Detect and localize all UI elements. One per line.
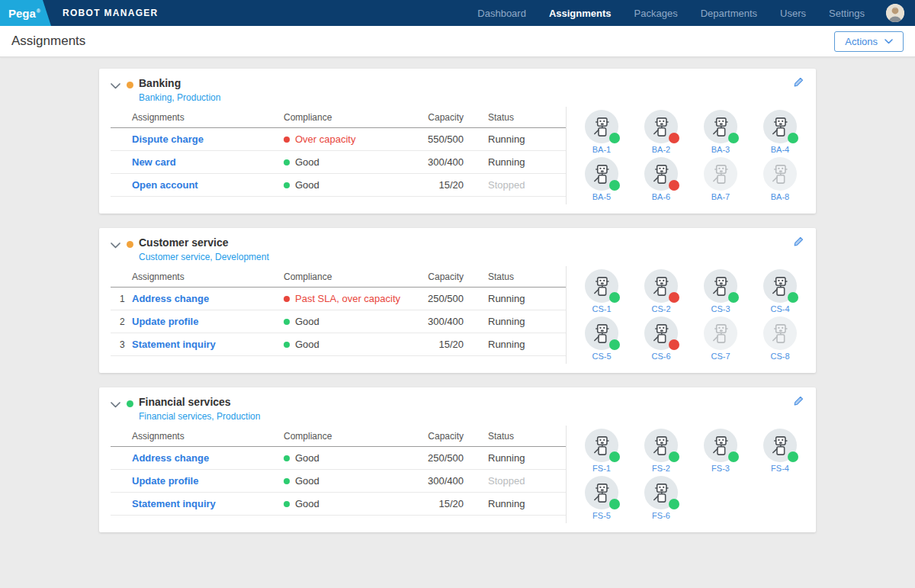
assignment-link[interactable]: Address change [132, 452, 284, 464]
robot-item[interactable]: BA-4 [750, 110, 810, 154]
table-rows: Address change Good 250/500 Running Upda… [111, 447, 566, 516]
robot-label-link[interactable]: CS-3 [711, 304, 730, 313]
department-health-dot [127, 82, 133, 88]
robot-item[interactable]: CS-7 [691, 316, 750, 361]
robot-label-link[interactable]: BA-2 [652, 145, 670, 154]
robot-label-link[interactable]: CS-8 [770, 352, 789, 361]
robot-item[interactable]: FS-4 [750, 429, 810, 473]
robot-avatar [585, 269, 618, 303]
nav-item-users[interactable]: Users [780, 8, 806, 19]
robot-item[interactable]: FS-6 [631, 476, 691, 520]
nav-item-settings[interactable]: Settings [829, 8, 865, 19]
edit-icon[interactable] [792, 394, 805, 407]
col-compliance: Compliance [284, 431, 412, 442]
robot-item[interactable]: CS-6 [631, 316, 691, 361]
col-assignments: Assignments [132, 112, 284, 123]
robot-item[interactable]: CS-4 [750, 269, 810, 313]
robot-item[interactable]: BA-2 [631, 110, 691, 154]
assignment-link[interactable]: Update profile [132, 316, 284, 327]
robot-avatar [585, 110, 618, 143]
edit-icon[interactable] [792, 76, 805, 88]
robot-label-link[interactable]: BA-1 [592, 145, 611, 154]
robot-avatar [585, 476, 618, 509]
robot-label-link[interactable]: BA-8 [771, 192, 789, 201]
assignment-link[interactable]: Statement inquiry [132, 498, 284, 509]
collapse-chevron-icon[interactable] [111, 243, 120, 249]
robot-item[interactable]: BA-3 [691, 110, 750, 154]
robot-label-link[interactable]: CS-1 [592, 304, 611, 313]
user-avatar[interactable] [886, 4, 904, 22]
robot-item[interactable]: CS-3 [691, 269, 750, 313]
robot-avatar [763, 316, 797, 350]
assignment-link[interactable]: New card [132, 156, 284, 168]
assignment-link[interactable]: Address change [132, 293, 284, 304]
robot-label-link[interactable]: FS-1 [592, 464, 611, 473]
robot-label-link[interactable]: FS-4 [771, 464, 789, 473]
pega-logo[interactable]: Pega® [0, 0, 52, 26]
capacity-cell: 300/400 [412, 316, 464, 327]
department-header-text: Financial services Financial services, P… [139, 396, 260, 423]
robot-label-link[interactable]: FS-5 [592, 511, 611, 520]
robot-item[interactable]: CS-8 [750, 316, 810, 361]
col-assignments: Assignments [132, 272, 284, 282]
robot-label-link[interactable]: FS-2 [652, 464, 670, 473]
robot-item[interactable]: FS-1 [572, 429, 631, 473]
department-header: Financial services Financial services, P… [99, 387, 816, 423]
department-card: Financial services Financial services, P… [99, 387, 816, 532]
robot-label-link[interactable]: CS-4 [770, 304, 789, 313]
department-subtitle-link[interactable]: Financial services, Production [139, 411, 260, 423]
compliance-cell: Good [284, 316, 412, 327]
robot-label-link[interactable]: CS-5 [592, 352, 611, 361]
capacity-cell: 550/500 [412, 133, 464, 145]
robot-item[interactable]: FS-5 [572, 476, 631, 520]
assignment-link[interactable]: Dispute charge [132, 133, 284, 145]
robot-label-link[interactable]: CS-7 [711, 352, 730, 361]
robot-item[interactable]: BA-6 [631, 157, 691, 201]
collapse-chevron-icon[interactable] [111, 402, 120, 408]
actions-button[interactable]: Actions [834, 31, 904, 52]
department-subtitle-link[interactable]: Banking, Production [139, 92, 220, 104]
compliance-cell: Good [284, 339, 412, 350]
collapse-chevron-icon[interactable] [111, 83, 120, 89]
assignment-link[interactable]: Open account [132, 179, 284, 191]
robot-label-link[interactable]: FS-6 [652, 511, 670, 520]
edit-icon[interactable] [792, 235, 805, 248]
robot-status-dot [669, 133, 679, 143]
table-row: Open account Good 15/20 Stopped [111, 174, 566, 197]
robot-label-link[interactable]: BA-5 [592, 192, 611, 201]
nav-item-departments[interactable]: Departments [701, 8, 757, 19]
nav-item-assignments[interactable]: Assignments [549, 8, 612, 19]
robot-item[interactable]: BA-7 [691, 157, 750, 201]
compliance-text: Good [295, 475, 319, 487]
department-subtitle-link[interactable]: Customer service, Development [139, 252, 269, 263]
robot-label-link[interactable]: CS-6 [651, 352, 670, 361]
robot-label-link[interactable]: BA-7 [711, 192, 730, 201]
robot-item[interactable]: FS-3 [691, 429, 750, 473]
robot-status-dot [609, 133, 620, 143]
assignment-link[interactable]: Update profile [132, 475, 284, 487]
nav-item-dashboard[interactable]: Dashboard [477, 8, 526, 19]
nav-item-packages[interactable]: Packages [634, 8, 678, 19]
robot-label-link[interactable]: FS-3 [711, 464, 730, 473]
robot-label-link[interactable]: BA-3 [711, 145, 730, 154]
user-photo-icon [886, 4, 904, 22]
robot-label-link[interactable]: BA-4 [771, 145, 789, 154]
robot-item[interactable]: CS-5 [572, 316, 631, 361]
robot-item[interactable]: BA-8 [750, 157, 810, 201]
assignment-link[interactable]: Statement inquiry [132, 339, 284, 350]
robot-item[interactable]: CS-2 [631, 269, 691, 313]
department-name: Financial services [139, 396, 260, 409]
compliance-dot [284, 501, 290, 507]
robot-item[interactable]: BA-5 [572, 157, 631, 201]
robot-label-link[interactable]: BA-6 [652, 192, 670, 201]
robot-status-dot [669, 499, 679, 509]
robot-item[interactable]: FS-2 [631, 429, 691, 473]
robot-avatar [585, 316, 618, 350]
compliance-dot [284, 137, 290, 143]
robot-avatar [704, 269, 737, 303]
robot-item[interactable]: BA-1 [572, 110, 631, 154]
robot-item[interactable]: CS-1 [572, 269, 631, 313]
robot-label-link[interactable]: CS-2 [651, 304, 670, 313]
capacity-cell: 300/400 [412, 156, 464, 168]
robot-avatar [585, 429, 618, 462]
